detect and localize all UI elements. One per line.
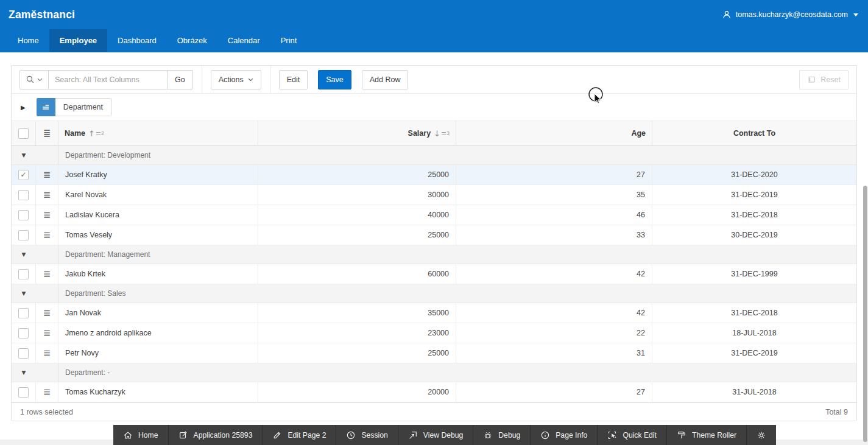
cell-age[interactable]: 33 <box>456 225 652 245</box>
cell-name[interactable]: Petr Novy <box>58 343 258 363</box>
column-header-age[interactable]: Age <box>456 121 652 145</box>
row-checkbox[interactable] <box>18 230 29 240</box>
row-checkbox[interactable] <box>18 269 29 279</box>
control-break-chip[interactable]: Department <box>37 98 111 116</box>
cell-salary[interactable]: 25000 <box>258 225 456 245</box>
column-label: Name <box>65 129 85 138</box>
cell-name[interactable]: Jan Novak <box>58 303 258 323</box>
cell-salary[interactable]: 25000 <box>258 343 456 363</box>
cell-age[interactable]: 42 <box>456 264 652 284</box>
cell-contract-to[interactable]: 31-DEC-1999 <box>652 264 856 284</box>
cell-age[interactable]: 46 <box>456 205 652 225</box>
devbar-edit-page-button[interactable]: Edit Page 2 <box>262 425 336 445</box>
cell-age[interactable]: 42 <box>456 303 652 323</box>
row-menu-icon[interactable]: ≣ <box>43 309 51 318</box>
actions-menu-button[interactable]: Actions <box>211 70 261 89</box>
edit-application-icon <box>178 430 188 440</box>
devbar-debug-button[interactable]: Debug <box>473 425 530 445</box>
cell-contract-to[interactable]: 30-DEC-2019 <box>652 225 856 245</box>
edit-button[interactable]: Edit <box>279 70 308 89</box>
row-checkbox[interactable] <box>18 387 29 398</box>
sort-desc-icon: ↓ <box>434 129 440 138</box>
row-menu-icon[interactable]: ≣ <box>43 329 51 338</box>
nav-item-calendar[interactable]: Calendar <box>217 29 270 52</box>
devbar-application-button[interactable]: Application 25893 <box>168 425 263 445</box>
nav-item-print[interactable]: Print <box>270 29 308 52</box>
cell-age[interactable]: 27 <box>456 165 652 184</box>
sort-lines-icon <box>442 132 446 135</box>
search-input[interactable] <box>48 70 168 89</box>
cell-salary[interactable]: 30000 <box>258 185 456 205</box>
cell-age[interactable]: 22 <box>456 323 652 343</box>
devbar-settings-button[interactable] <box>746 425 776 445</box>
cell-name[interactable]: Jakub Krtek <box>58 264 258 284</box>
devbar-quick-edit-button[interactable]: Quick Edit <box>597 425 666 445</box>
add-row-button[interactable]: Add Row <box>362 70 409 89</box>
vertical-scrollbar-thumb[interactable] <box>863 186 867 442</box>
nav-item-dashboard[interactable]: Dashboard <box>107 29 167 52</box>
row-menu-icon[interactable]: ≣ <box>43 388 51 397</box>
cell-name[interactable]: Ladislav Kucera <box>58 205 258 225</box>
row-menu-icon[interactable]: ≣ <box>43 270 51 279</box>
cell-contract-to[interactable]: 31-JUL-2018 <box>652 382 856 402</box>
row-checkbox[interactable] <box>18 210 29 220</box>
cell-salary[interactable]: 20000 <box>258 382 456 402</box>
collapse-group-icon[interactable]: ▼ <box>22 290 26 296</box>
cell-name[interactable]: Karel Novak <box>58 185 258 205</box>
devbar-page-info-button[interactable]: Page Info <box>530 425 597 445</box>
row-checkbox[interactable] <box>18 308 29 318</box>
cell-salary[interactable]: 23000 <box>258 323 456 343</box>
cell-age[interactable]: 31 <box>456 343 652 363</box>
cell-name[interactable]: Jmeno z android aplikace <box>58 323 258 343</box>
cell-salary[interactable]: 25000 <box>258 165 456 184</box>
devbar-view-debug-button[interactable]: View Debug <box>398 425 473 445</box>
collapse-group-icon[interactable]: ▼ <box>22 251 26 258</box>
nav-item-home[interactable]: Home <box>7 29 49 52</box>
row-checkbox[interactable] <box>18 190 29 200</box>
row-menu-icon[interactable]: ≣ <box>43 211 51 220</box>
cell-age[interactable]: 35 <box>456 185 652 205</box>
person-icon <box>722 10 732 19</box>
cell-age[interactable]: 27 <box>456 382 652 402</box>
cell-name[interactable]: Josef Kratky <box>58 165 258 184</box>
select-all-checkbox[interactable] <box>18 128 29 139</box>
row-menu-icon[interactable]: ≣ <box>43 170 51 180</box>
row-checkbox[interactable] <box>18 170 29 180</box>
collapse-group-icon[interactable]: ▼ <box>22 152 26 158</box>
cell-contract-to[interactable]: 31-DEC-2019 <box>652 343 856 363</box>
cell-salary[interactable]: 40000 <box>258 205 456 225</box>
devbar-theme-roller-button[interactable]: Theme Roller <box>666 425 746 445</box>
search-column-select-button[interactable] <box>19 70 49 89</box>
table-row: ≣ Petr Novy 25000 31 31-DEC-2019 <box>12 343 856 363</box>
collapse-group-icon[interactable]: ▼ <box>22 370 26 376</box>
actions-label: Actions <box>219 75 244 84</box>
cell-name[interactable]: Tomas Kucharzyk <box>58 382 258 402</box>
cell-contract-to[interactable]: 18-JUL-2018 <box>652 323 856 343</box>
save-button[interactable]: Save <box>318 70 351 89</box>
cell-contract-to[interactable]: 31-DEC-2018 <box>652 205 856 225</box>
row-menu-icon[interactable]: ≣ <box>43 129 51 138</box>
row-checkbox[interactable] <box>18 328 29 338</box>
expand-all-icon[interactable]: ▶ <box>21 104 26 111</box>
reset-button[interactable]: Reset <box>799 70 849 89</box>
go-button[interactable]: Go <box>167 70 193 89</box>
cell-contract-to[interactable]: 31-DEC-2019 <box>652 185 856 205</box>
reset-icon <box>807 75 816 84</box>
cell-salary[interactable]: 35000 <box>258 303 456 323</box>
row-menu-icon[interactable]: ≣ <box>43 231 51 240</box>
devbar-session-button[interactable]: Session <box>336 425 397 445</box>
row-menu-icon[interactable]: ≣ <box>43 349 51 358</box>
column-header-salary[interactable]: Salary ↓ 3 <box>258 121 456 145</box>
column-header-name[interactable]: Name ↑ 2 <box>58 121 258 145</box>
devbar-home-button[interactable]: Home <box>113 425 168 445</box>
cell-name[interactable]: Tomas Vesely <box>58 225 258 245</box>
row-menu-icon[interactable]: ≣ <box>43 191 51 200</box>
nav-item-obrazek[interactable]: Obrázek <box>167 29 217 52</box>
column-header-contract-to[interactable]: Contract To <box>652 121 856 145</box>
cell-contract-to[interactable]: 31-DEC-2018 <box>652 303 856 323</box>
nav-item-employee[interactable]: Employee <box>49 29 107 52</box>
user-menu[interactable]: tomas.kucharzyk@ceosdata.com <box>722 10 858 19</box>
cell-salary[interactable]: 60000 <box>258 264 456 284</box>
cell-contract-to[interactable]: 31-DEC-2020 <box>652 165 856 184</box>
row-checkbox[interactable] <box>18 348 29 359</box>
